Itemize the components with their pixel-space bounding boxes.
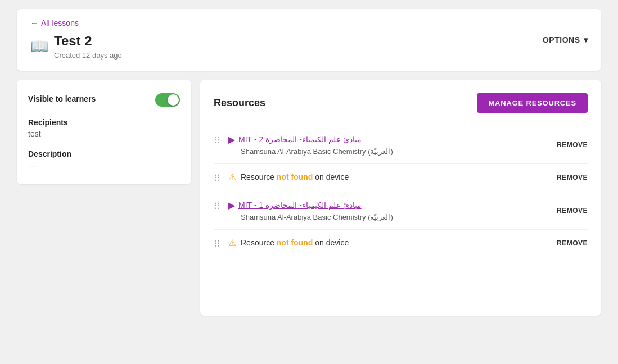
resource-content: ▶مبادئ علم الكيمياء- المحاضرة 1 - MITSha… [228, 200, 549, 221]
resources-title: Resources [214, 97, 265, 109]
resource-content: ⚠ Resource not found on device [228, 172, 549, 183]
drag-handle-icon[interactable]: ⠿ [214, 135, 220, 146]
visible-toggle[interactable] [155, 93, 180, 107]
description-label: Description [28, 149, 180, 158]
description-field: Description — [28, 149, 180, 171]
recipients-label: Recipients [28, 118, 180, 127]
visible-label: Visible to learners [28, 94, 96, 103]
warning-text: Resource not found on device [241, 172, 349, 181]
recipients-value: test [28, 129, 180, 138]
book-icon: 📖 [30, 39, 48, 53]
resource-content: ⚠ Resource not found on device [228, 238, 549, 248]
resource-item: ⠿▶مبادئ علم الكيمياء- المحاضرة 2 - MITSh… [214, 126, 588, 163]
left-panel: Visible to learners Recipients test Desc… [17, 80, 191, 184]
resources-list: ⠿▶مبادئ علم الكيمياء- المحاضرة 2 - MITSh… [214, 126, 588, 257]
resource-subtitle: Shamsuna Al-Arabiya Basic Chemistry (الع… [228, 147, 549, 156]
manage-resources-button[interactable]: MANAGE RESOURCES [477, 93, 588, 113]
video-icon: ▶ [228, 134, 235, 145]
resource-item: ⠿⚠ Resource not found on deviceREMOVE [214, 163, 588, 192]
recipients-field: Recipients test [28, 118, 180, 138]
resource-warning: ⚠ Resource not found on device [228, 238, 549, 248]
resource-link-row: ▶مبادئ علم الكيمياء- المحاضرة 1 - MIT [228, 200, 549, 211]
resource-content: ▶مبادئ علم الكيمياء- المحاضرة 2 - MITSha… [228, 134, 549, 156]
back-arrow: ← [30, 19, 38, 28]
resource-item: ⠿▶مبادئ علم الكيمياء- المحاضرة 1 - MITSh… [214, 192, 588, 229]
options-button[interactable]: OPTIONS ▾ [543, 33, 588, 47]
back-label: All lessons [41, 19, 79, 28]
drag-handle-icon[interactable]: ⠿ [214, 239, 220, 249]
warning-text: Resource not found on device [241, 238, 349, 247]
options-label: OPTIONS [543, 35, 580, 44]
visible-field: Visible to learners [28, 93, 180, 107]
right-panel: Resources MANAGE RESOURCES ⠿▶مبادئ علم ا… [200, 80, 601, 316]
resource-warning: ⚠ Resource not found on device [228, 172, 549, 183]
resource-link[interactable]: مبادئ علم الكيمياء- المحاضرة 1 - MIT [238, 201, 362, 210]
remove-button[interactable]: REMOVE [557, 141, 588, 149]
back-link[interactable]: ← All lessons [30, 19, 79, 28]
warning-icon: ⚠ [228, 238, 236, 248]
remove-button[interactable]: REMOVE [557, 239, 588, 247]
drag-handle-icon[interactable]: ⠿ [214, 201, 220, 212]
description-value: — [28, 161, 180, 171]
drag-handle-icon[interactable]: ⠿ [214, 173, 220, 184]
video-icon: ▶ [228, 200, 235, 211]
resource-link-row: ▶مبادئ علم الكيمياء- المحاضرة 2 - MIT [228, 134, 549, 145]
options-arrow-icon: ▾ [584, 35, 588, 44]
lesson-card: ← All lessons 📖 Test 2 Created 12 days a… [17, 9, 601, 71]
remove-button[interactable]: REMOVE [557, 207, 588, 215]
resource-item: ⠿⚠ Resource not found on deviceREMOVE [214, 229, 588, 257]
resource-link[interactable]: مبادئ علم الكيمياء- المحاضرة 2 - MIT [238, 135, 362, 144]
lesson-created: Created 12 days ago [54, 51, 122, 60]
warning-icon: ⚠ [228, 172, 236, 183]
lesson-title: Test 2 [54, 33, 122, 49]
remove-button[interactable]: REMOVE [557, 174, 588, 181]
resource-subtitle: Shamsuna Al-Arabiya Basic Chemistry (الع… [228, 213, 549, 221]
